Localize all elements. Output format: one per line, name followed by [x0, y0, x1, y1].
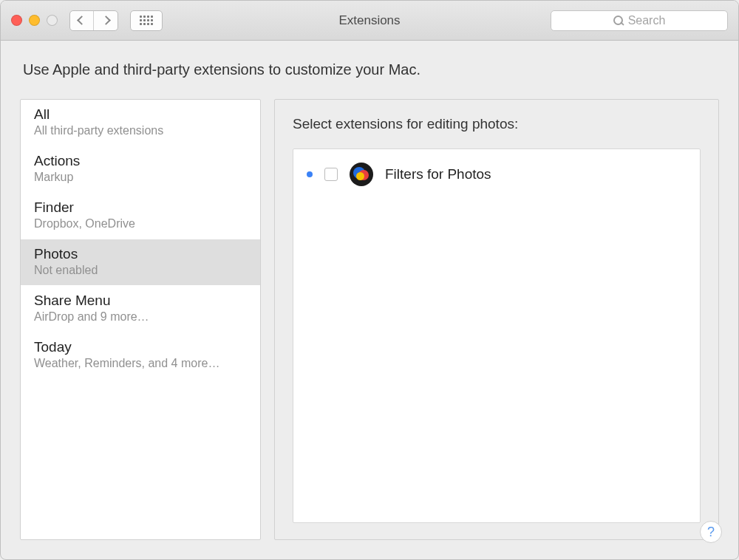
help-icon: ?: [707, 525, 715, 540]
toolbar: Extensions Search: [1, 1, 738, 41]
window-title: Extensions: [338, 13, 400, 28]
detail-heading: Select extensions for editing photos:: [293, 116, 701, 132]
search-icon: [613, 16, 624, 26]
window-controls: [11, 15, 58, 26]
preferences-window: Extensions Search Use Apple and third-pa…: [0, 0, 739, 560]
sidebar-item-subtitle: AirDrop and 9 more…: [34, 310, 247, 324]
sidebar-item-subtitle: Not enabled: [34, 264, 247, 277]
extension-app-icon: [350, 163, 373, 186]
page-description: Use Apple and third-party extensions to …: [1, 41, 738, 86]
sidebar-item-title: All: [34, 106, 247, 123]
sidebar-item-title: Photos: [34, 246, 247, 262]
help-button[interactable]: ?: [700, 521, 722, 543]
close-window-button[interactable]: [11, 15, 22, 26]
sidebar-item-title: Actions: [34, 153, 247, 169]
sidebar-item-all[interactable]: All All third-party extensions: [21, 100, 260, 146]
sidebar-item-share-menu[interactable]: Share Menu AirDrop and 9 more…: [21, 286, 260, 332]
sidebar-item-subtitle: Markup: [34, 171, 247, 184]
sidebar-item-subtitle: Weather, Reminders, and 4 more…: [34, 357, 247, 370]
chevron-right-icon: [101, 16, 111, 25]
search-input[interactable]: Search: [551, 10, 728, 31]
sidebar-item-finder[interactable]: Finder Dropbox, OneDrive: [21, 193, 260, 239]
extension-row: Filters for Photos: [307, 163, 687, 186]
extensions-list: Filters for Photos: [293, 148, 701, 523]
extension-enable-checkbox[interactable]: [324, 168, 338, 181]
minimize-window-button[interactable]: [29, 15, 40, 26]
search-placeholder: Search: [628, 14, 666, 27]
extension-name: Filters for Photos: [385, 166, 491, 182]
zoom-window-button[interactable]: [47, 15, 58, 26]
body: Use Apple and third-party extensions to …: [1, 41, 738, 559]
sidebar-item-photos[interactable]: Photos Not enabled: [21, 239, 260, 286]
back-button[interactable]: [70, 11, 94, 30]
chevron-left-icon: [77, 16, 86, 25]
category-sidebar: All All third-party extensions Actions M…: [20, 99, 261, 540]
sidebar-item-title: Share Menu: [34, 293, 247, 309]
sidebar-item-title: Finder: [34, 199, 247, 216]
sidebar-item-subtitle: Dropbox, OneDrive: [34, 217, 247, 231]
sidebar-item-today[interactable]: Today Weather, Reminders, and 4 more…: [21, 332, 260, 379]
sidebar-item-title: Today: [34, 339, 247, 355]
grid-icon: [140, 16, 153, 26]
nav-group: [69, 10, 118, 31]
forward-button[interactable]: [94, 11, 118, 30]
detail-pane: Select extensions for editing photos: Fi…: [274, 99, 719, 540]
new-indicator-icon: [307, 171, 313, 177]
sidebar-item-subtitle: All third-party extensions: [34, 124, 247, 137]
sidebar-item-actions[interactable]: Actions Markup: [21, 146, 260, 193]
split-pane: All All third-party extensions Actions M…: [1, 86, 738, 559]
show-all-button[interactable]: [130, 10, 163, 31]
